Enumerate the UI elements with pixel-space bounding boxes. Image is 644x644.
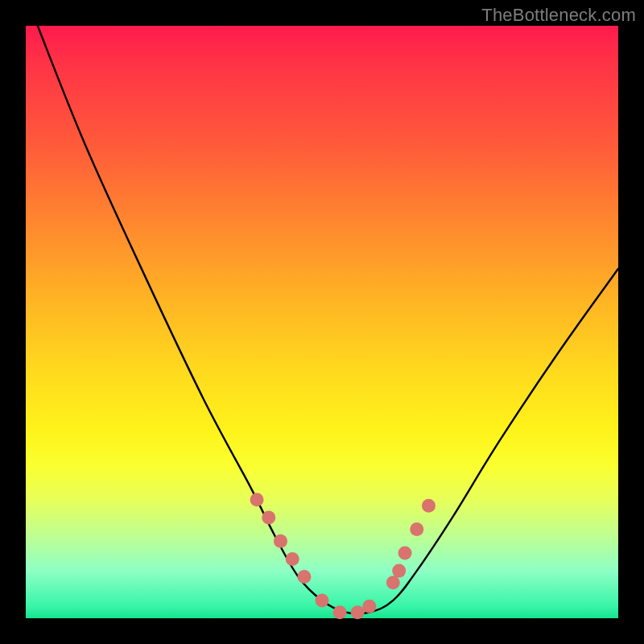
chart-frame: TheBottleneck.com [0, 0, 644, 644]
curve-markers [250, 493, 436, 619]
marker-point [410, 522, 423, 536]
bottleneck-curve-path [38, 26, 618, 614]
marker-point [316, 593, 329, 607]
marker-point [392, 564, 406, 578]
curve-line [38, 26, 618, 614]
marker-point [398, 547, 412, 560]
marker-point [351, 605, 365, 619]
marker-point [333, 605, 347, 619]
marker-point [297, 570, 311, 584]
watermark-text: TheBottleneck.com [481, 5, 636, 26]
marker-point [386, 576, 400, 589]
marker-point [422, 499, 436, 513]
marker-point [274, 535, 287, 548]
marker-point [262, 510, 275, 524]
marker-point [250, 493, 264, 506]
marker-point [362, 600, 376, 613]
plot-area [26, 26, 618, 618]
marker-point [286, 552, 299, 566]
chart-svg [26, 26, 618, 618]
